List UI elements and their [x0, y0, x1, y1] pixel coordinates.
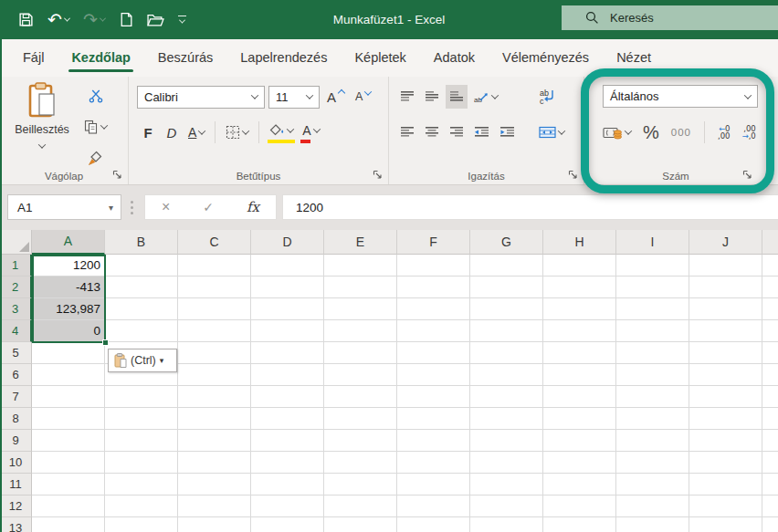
cell-A6[interactable]	[32, 364, 105, 386]
cell-H4[interactable]	[543, 320, 616, 342]
cell-B13[interactable]	[105, 517, 178, 532]
copy-button[interactable]	[80, 115, 110, 139]
column-header-G[interactable]: G	[470, 230, 543, 255]
cell-F9[interactable]	[397, 430, 470, 452]
underline-button[interactable]: A	[184, 120, 208, 144]
cell-E9[interactable]	[324, 430, 397, 452]
cancel-button[interactable]: ×	[162, 199, 170, 215]
cell-A12[interactable]	[32, 495, 105, 517]
formula-input[interactable]: 1200	[282, 194, 778, 220]
alignment-dialog-launcher[interactable]	[568, 170, 578, 180]
tab-nezet[interactable]: Nézet	[603, 39, 665, 77]
row-header-13[interactable]: 13	[0, 517, 32, 532]
row-header-1[interactable]: 1	[0, 255, 32, 276]
increase-indent-button[interactable]	[496, 120, 519, 144]
cell-B2[interactable]	[105, 276, 178, 298]
cell-E5[interactable]	[324, 342, 397, 364]
cell-I3[interactable]	[616, 298, 689, 320]
tab-fajl[interactable]: Fájl	[9, 39, 58, 77]
cell-B9[interactable]	[105, 430, 178, 452]
cell-H1[interactable]	[543, 255, 616, 276]
borders-dropdown-icon[interactable]	[242, 127, 249, 134]
underline-dropdown-icon[interactable]	[198, 127, 205, 134]
font-size-combo[interactable]: 11	[268, 86, 320, 109]
font-color-dropdown-icon[interactable]	[312, 125, 320, 132]
cell-J12[interactable]	[689, 495, 762, 517]
decrease-font-size-button[interactable]: A	[352, 85, 374, 109]
cell-J9[interactable]	[689, 430, 762, 452]
cell-F2[interactable]	[397, 276, 470, 298]
copy-dropdown-icon[interactable]	[100, 121, 108, 129]
align-top-button[interactable]	[396, 85, 418, 109]
cell-G2[interactable]	[470, 276, 543, 298]
cell-C12[interactable]	[178, 495, 251, 517]
cell-G3[interactable]	[470, 298, 543, 320]
tab-adatok[interactable]: Adatok	[420, 39, 489, 77]
row-header-6[interactable]: 6	[0, 364, 32, 386]
cell-F12[interactable]	[397, 495, 470, 517]
cell-B11[interactable]	[105, 474, 178, 495]
cell-F8[interactable]	[397, 408, 470, 430]
cell-D13[interactable]	[251, 517, 324, 532]
cell-C13[interactable]	[178, 517, 251, 532]
cell-I10[interactable]	[616, 452, 689, 474]
formula-bar-handle[interactable]	[131, 201, 133, 214]
clipboard-dialog-launcher[interactable]	[112, 170, 122, 180]
cell-I11[interactable]	[616, 474, 689, 495]
align-bottom-button[interactable]	[446, 85, 468, 109]
font-dialog-launcher[interactable]	[373, 170, 383, 180]
cell-B1[interactable]	[105, 255, 178, 276]
column-header-I[interactable]: I	[616, 230, 689, 255]
cell-J7[interactable]	[689, 386, 762, 408]
cell-G7[interactable]	[470, 386, 543, 408]
cell-A5[interactable]	[32, 342, 105, 364]
row-header-7[interactable]: 7	[0, 386, 32, 408]
align-middle-button[interactable]	[421, 85, 443, 109]
cell-F5[interactable]	[397, 342, 470, 364]
borders-button[interactable]	[222, 120, 252, 144]
cell-C8[interactable]	[178, 408, 251, 430]
cell-F4[interactable]	[397, 320, 470, 342]
accounting-dropdown-icon[interactable]	[625, 127, 632, 134]
cell-F3[interactable]	[397, 298, 470, 320]
decrease-indent-button[interactable]	[470, 120, 493, 144]
cell-J10[interactable]	[689, 452, 762, 474]
cell-C6[interactable]	[178, 364, 251, 386]
cell-E10[interactable]	[324, 452, 397, 474]
row-header-2[interactable]: 2	[0, 276, 32, 298]
row-header-3[interactable]: 3	[0, 298, 32, 320]
wrap-text-button[interactable]: ab c	[535, 85, 561, 109]
enter-button[interactable]: ✓	[203, 200, 214, 214]
column-header-D[interactable]: D	[251, 230, 324, 255]
cell-G11[interactable]	[470, 474, 543, 495]
align-left-button[interactable]	[396, 120, 418, 144]
cell-D9[interactable]	[251, 430, 324, 452]
cell-H10[interactable]	[543, 452, 616, 474]
cell-H12[interactable]	[543, 495, 616, 517]
search-box[interactable]: Keresés	[562, 5, 778, 30]
increase-font-size-button[interactable]: A	[323, 85, 348, 109]
cell-H8[interactable]	[543, 408, 616, 430]
row-header-12[interactable]: 12	[0, 495, 32, 517]
cell-G8[interactable]	[470, 408, 543, 430]
cell-I6[interactable]	[616, 364, 689, 386]
decrease-decimal-button[interactable]: ,00 →,0	[739, 120, 760, 144]
cell-F1[interactable]	[397, 255, 470, 276]
font-color-button[interactable]: A	[299, 120, 322, 144]
cell-G9[interactable]	[470, 430, 543, 452]
cell-C4[interactable]	[178, 320, 251, 342]
cell-J11[interactable]	[689, 474, 762, 495]
cell-G12[interactable]	[470, 495, 543, 517]
cell-F6[interactable]	[397, 364, 470, 386]
cell-D3[interactable]	[251, 298, 324, 320]
cell-E11[interactable]	[324, 474, 397, 495]
cell-J8[interactable]	[689, 408, 762, 430]
cell-B12[interactable]	[105, 495, 178, 517]
cell-A8[interactable]	[32, 408, 105, 430]
merge-center-button[interactable]	[535, 120, 568, 144]
cell-E2[interactable]	[324, 276, 397, 298]
cell-A10[interactable]	[32, 452, 105, 474]
cell-A9[interactable]	[32, 430, 105, 452]
format-painter-button[interactable]	[80, 146, 110, 170]
cell-G13[interactable]	[470, 517, 543, 532]
